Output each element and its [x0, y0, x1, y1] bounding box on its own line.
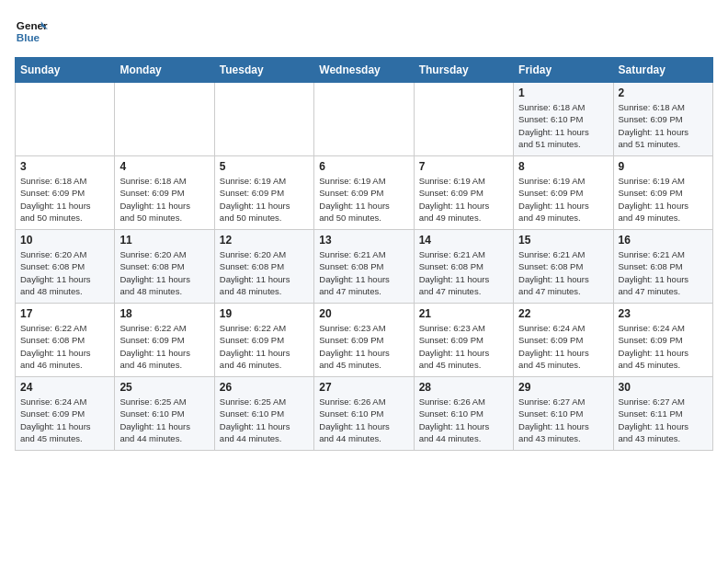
- calendar-cell: 1Sunrise: 6:18 AM Sunset: 6:10 PM Daylig…: [514, 83, 613, 156]
- calendar-cell: 18Sunrise: 6:22 AM Sunset: 6:09 PM Dayli…: [115, 304, 214, 377]
- calendar-cell: 11Sunrise: 6:20 AM Sunset: 6:08 PM Dayli…: [115, 230, 214, 304]
- calendar-cell: 24Sunrise: 6:24 AM Sunset: 6:09 PM Dayli…: [16, 377, 115, 451]
- calendar-cell: 12Sunrise: 6:20 AM Sunset: 6:08 PM Dayli…: [214, 230, 313, 304]
- day-number: 13: [319, 234, 408, 247]
- day-info: Sunrise: 6:19 AM Sunset: 6:09 PM Dayligh…: [619, 175, 708, 224]
- calendar-cell: 30Sunrise: 6:27 AM Sunset: 6:11 PM Dayli…: [613, 377, 712, 451]
- calendar-header: SundayMondayTuesdayWednesdayThursdayFrid…: [16, 58, 713, 83]
- day-number: 18: [119, 307, 209, 320]
- calendar-cell: 2Sunrise: 6:18 AM Sunset: 6:09 PM Daylig…: [613, 83, 712, 156]
- weekday-header-sunday: Sunday: [16, 58, 115, 83]
- day-number: 26: [220, 381, 309, 394]
- page-header: General Blue: [15, 15, 713, 48]
- calendar-cell: 29Sunrise: 6:27 AM Sunset: 6:10 PM Dayli…: [514, 377, 613, 451]
- calendar-week-3: 10Sunrise: 6:20 AM Sunset: 6:08 PM Dayli…: [16, 230, 713, 304]
- day-info: Sunrise: 6:27 AM Sunset: 6:10 PM Dayligh…: [518, 396, 608, 444]
- calendar-week-1: 1Sunrise: 6:18 AM Sunset: 6:10 PM Daylig…: [16, 83, 713, 156]
- day-info: Sunrise: 6:20 AM Sunset: 6:08 PM Dayligh…: [220, 248, 309, 297]
- logo-icon: General Blue: [15, 15, 48, 48]
- day-info: Sunrise: 6:27 AM Sunset: 6:11 PM Dayligh…: [619, 396, 708, 444]
- day-number: 4: [119, 160, 209, 173]
- day-number: 1: [518, 86, 608, 99]
- calendar-week-5: 24Sunrise: 6:24 AM Sunset: 6:09 PM Dayli…: [16, 377, 713, 451]
- day-number: 20: [319, 307, 408, 320]
- calendar-cell: 14Sunrise: 6:21 AM Sunset: 6:08 PM Dayli…: [414, 230, 513, 304]
- day-info: Sunrise: 6:26 AM Sunset: 6:10 PM Dayligh…: [319, 396, 408, 444]
- day-info: Sunrise: 6:22 AM Sunset: 6:08 PM Dayligh…: [20, 322, 109, 371]
- calendar-cell: [214, 83, 313, 156]
- calendar-cell: 16Sunrise: 6:21 AM Sunset: 6:08 PM Dayli…: [613, 230, 712, 304]
- calendar-cell: 15Sunrise: 6:21 AM Sunset: 6:08 PM Dayli…: [514, 230, 613, 304]
- day-info: Sunrise: 6:19 AM Sunset: 6:09 PM Dayligh…: [518, 175, 608, 224]
- calendar-cell: 4Sunrise: 6:18 AM Sunset: 6:09 PM Daylig…: [115, 156, 214, 230]
- calendar-cell: 25Sunrise: 6:25 AM Sunset: 6:10 PM Dayli…: [115, 377, 214, 451]
- calendar-cell: 28Sunrise: 6:26 AM Sunset: 6:10 PM Dayli…: [414, 377, 513, 451]
- day-info: Sunrise: 6:25 AM Sunset: 6:10 PM Dayligh…: [119, 396, 209, 444]
- day-number: 8: [518, 160, 608, 173]
- day-number: 27: [319, 381, 408, 394]
- day-info: Sunrise: 6:19 AM Sunset: 6:09 PM Dayligh…: [419, 175, 508, 224]
- weekday-header-tuesday: Tuesday: [214, 58, 313, 83]
- calendar-cell: 21Sunrise: 6:23 AM Sunset: 6:09 PM Dayli…: [414, 304, 513, 377]
- day-number: 9: [619, 160, 708, 173]
- day-number: 14: [419, 234, 508, 247]
- day-number: 10: [20, 234, 109, 247]
- weekday-header-saturday: Saturday: [613, 58, 712, 83]
- calendar-cell: 10Sunrise: 6:20 AM Sunset: 6:08 PM Dayli…: [16, 230, 115, 304]
- day-number: 6: [319, 160, 408, 173]
- calendar-cell: 13Sunrise: 6:21 AM Sunset: 6:08 PM Dayli…: [314, 230, 414, 304]
- day-info: Sunrise: 6:18 AM Sunset: 6:09 PM Dayligh…: [20, 175, 109, 224]
- weekday-header-friday: Friday: [514, 58, 613, 83]
- day-info: Sunrise: 6:19 AM Sunset: 6:09 PM Dayligh…: [220, 175, 309, 224]
- calendar-body: 1Sunrise: 6:18 AM Sunset: 6:10 PM Daylig…: [16, 83, 713, 451]
- day-info: Sunrise: 6:18 AM Sunset: 6:09 PM Dayligh…: [619, 101, 708, 150]
- day-info: Sunrise: 6:21 AM Sunset: 6:08 PM Dayligh…: [319, 248, 408, 297]
- calendar-cell: 5Sunrise: 6:19 AM Sunset: 6:09 PM Daylig…: [214, 156, 313, 230]
- day-number: 28: [419, 381, 508, 394]
- weekday-header-monday: Monday: [115, 58, 214, 83]
- day-info: Sunrise: 6:26 AM Sunset: 6:10 PM Dayligh…: [419, 396, 508, 444]
- weekday-header-wednesday: Wednesday: [314, 58, 414, 83]
- day-number: 25: [119, 381, 209, 394]
- day-number: 15: [518, 234, 608, 247]
- day-info: Sunrise: 6:25 AM Sunset: 6:10 PM Dayligh…: [220, 396, 309, 444]
- day-number: 7: [419, 160, 508, 173]
- day-number: 3: [20, 160, 109, 173]
- calendar-week-2: 3Sunrise: 6:18 AM Sunset: 6:09 PM Daylig…: [16, 156, 713, 230]
- calendar-cell: [115, 83, 214, 156]
- day-number: 12: [220, 234, 309, 247]
- day-info: Sunrise: 6:24 AM Sunset: 6:09 PM Dayligh…: [518, 322, 608, 371]
- day-info: Sunrise: 6:21 AM Sunset: 6:08 PM Dayligh…: [518, 248, 608, 297]
- calendar-cell: 8Sunrise: 6:19 AM Sunset: 6:09 PM Daylig…: [514, 156, 613, 230]
- day-info: Sunrise: 6:21 AM Sunset: 6:08 PM Dayligh…: [619, 248, 708, 297]
- day-number: 2: [619, 86, 708, 99]
- day-number: 30: [619, 381, 708, 394]
- calendar-week-4: 17Sunrise: 6:22 AM Sunset: 6:08 PM Dayli…: [16, 304, 713, 377]
- day-number: 21: [419, 307, 508, 320]
- weekday-header-thursday: Thursday: [414, 58, 513, 83]
- day-info: Sunrise: 6:20 AM Sunset: 6:08 PM Dayligh…: [20, 248, 109, 297]
- calendar-cell: 7Sunrise: 6:19 AM Sunset: 6:09 PM Daylig…: [414, 156, 513, 230]
- day-info: Sunrise: 6:23 AM Sunset: 6:09 PM Dayligh…: [419, 322, 508, 371]
- calendar-cell: 22Sunrise: 6:24 AM Sunset: 6:09 PM Dayli…: [514, 304, 613, 377]
- day-number: 23: [619, 307, 708, 320]
- day-number: 5: [220, 160, 309, 173]
- day-info: Sunrise: 6:21 AM Sunset: 6:08 PM Dayligh…: [419, 248, 508, 297]
- day-number: 29: [518, 381, 608, 394]
- day-number: 11: [119, 234, 209, 247]
- calendar-cell: 23Sunrise: 6:24 AM Sunset: 6:09 PM Dayli…: [613, 304, 712, 377]
- day-info: Sunrise: 6:22 AM Sunset: 6:09 PM Dayligh…: [220, 322, 309, 371]
- calendar-cell: 3Sunrise: 6:18 AM Sunset: 6:09 PM Daylig…: [16, 156, 115, 230]
- calendar-cell: [414, 83, 513, 156]
- calendar-cell: 20Sunrise: 6:23 AM Sunset: 6:09 PM Dayli…: [314, 304, 414, 377]
- day-info: Sunrise: 6:18 AM Sunset: 6:10 PM Dayligh…: [518, 101, 608, 150]
- day-number: 19: [220, 307, 309, 320]
- calendar-cell: 17Sunrise: 6:22 AM Sunset: 6:08 PM Dayli…: [16, 304, 115, 377]
- calendar-cell: 6Sunrise: 6:19 AM Sunset: 6:09 PM Daylig…: [314, 156, 414, 230]
- day-number: 22: [518, 307, 608, 320]
- day-number: 24: [20, 381, 109, 394]
- calendar-cell: 26Sunrise: 6:25 AM Sunset: 6:10 PM Dayli…: [214, 377, 313, 451]
- day-info: Sunrise: 6:22 AM Sunset: 6:09 PM Dayligh…: [119, 322, 209, 371]
- calendar-cell: 9Sunrise: 6:19 AM Sunset: 6:09 PM Daylig…: [613, 156, 712, 230]
- logo: General Blue: [15, 15, 48, 48]
